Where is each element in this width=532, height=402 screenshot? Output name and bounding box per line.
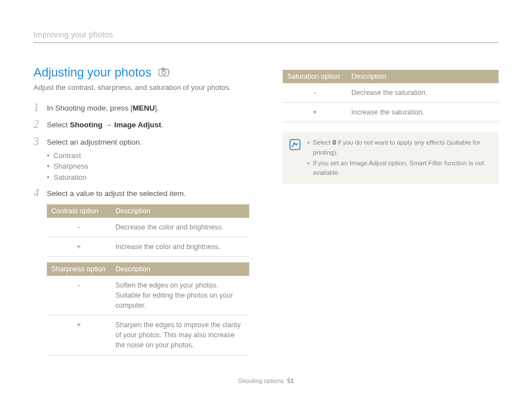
contrast-r1c1: Increase the color and brightness. xyxy=(111,237,249,256)
step-1: 1 In Shooting mode, press [MENU]. xyxy=(33,102,249,114)
step-2-post: . xyxy=(161,121,163,129)
contrast-h1: Description xyxy=(111,204,249,218)
note-icon xyxy=(289,139,301,179)
table-row: + Increase the color and brightness. xyxy=(47,237,249,256)
step-number: 4 xyxy=(33,187,41,198)
contrast-r0c1: Decrease the color and brightness. xyxy=(111,218,249,237)
sharpness-r0c1: Soften the edges on your photos. Suitabl… xyxy=(111,276,249,315)
steps-list: 1 In Shooting mode, press [MENU]. 2 Sele… xyxy=(33,102,249,200)
table-row: - Soften the edges on your photos. Suita… xyxy=(47,276,249,315)
step-1-text-post: ]. xyxy=(155,104,159,112)
saturation-table: Saturation option Description - Decrease… xyxy=(283,70,499,122)
bullet-sharpness: Sharpness xyxy=(47,161,142,172)
footer-page: 51 xyxy=(287,377,294,384)
step-4-text: Select a value to adjust the selected it… xyxy=(47,187,186,199)
bullet-contrast: Contrast xyxy=(47,150,142,161)
note-l0-post: if you do not want to apply any effects … xyxy=(313,139,480,155)
saturation-r1c0: + xyxy=(283,103,347,122)
camera-icon xyxy=(158,65,171,80)
step-3-text: Select an adjustment option. xyxy=(47,138,142,146)
saturation-r0c1: Decrease the saturation. xyxy=(347,83,499,103)
note-line-0: Select 0 if you do not want to apply any… xyxy=(307,138,491,157)
step-4: 4 Select a value to adjust the selected … xyxy=(33,187,249,199)
sharpness-h1: Description xyxy=(111,262,249,276)
step-2-pre: Select xyxy=(47,121,70,129)
step-2-arrow: → xyxy=(103,121,114,129)
left-column: Adjusting your photos Adjust the contras… xyxy=(33,65,249,361)
contrast-h0: Contrast option xyxy=(47,204,111,218)
saturation-h0: Saturation option xyxy=(283,70,347,83)
step-2-b1: Shooting xyxy=(70,121,102,129)
step-2: 2 Select Shooting → Image Adjust. xyxy=(33,118,249,131)
note-l0-pre: Select xyxy=(313,139,332,146)
note-content: Select 0 if you do not want to apply any… xyxy=(307,138,491,179)
sharpness-h0: Sharpness option xyxy=(47,262,111,276)
bullet-saturation: Saturation xyxy=(47,172,142,183)
section-subtitle: Adjust the contrast, sharpness, and satu… xyxy=(33,83,249,92)
breadcrumb: Improving your photos xyxy=(33,30,499,43)
note-box: Select 0 if you do not want to apply any… xyxy=(283,132,499,184)
table-row: + Increase the saturation. xyxy=(283,103,499,122)
sharpness-r0c0: - xyxy=(47,276,111,315)
contrast-r1c0: + xyxy=(47,237,111,256)
step-3: 3 Select an adjustment option. Contrast … xyxy=(33,136,249,183)
saturation-r0c0: - xyxy=(283,83,347,103)
table-row: - Decrease the saturation. xyxy=(283,83,499,103)
sharpness-r1c0: + xyxy=(47,315,111,355)
footer-section: Shooting options xyxy=(238,377,284,384)
sharpness-table: Sharpness option Description - Soften th… xyxy=(47,262,249,356)
step-number: 2 xyxy=(33,118,41,130)
saturation-r1c1: Increase the saturation. xyxy=(347,103,499,122)
section-title-text: Adjusting your photos xyxy=(33,65,152,80)
svg-rect-3 xyxy=(290,140,300,150)
note-line-1: If you set an Image Adjust option, Smart… xyxy=(307,159,491,178)
contrast-r0c0: - xyxy=(47,218,111,237)
section-title: Adjusting your photos xyxy=(33,65,249,80)
table-row: - Decrease the color and brightness. xyxy=(47,218,249,237)
saturation-h1: Description xyxy=(347,70,499,83)
step-number: 1 xyxy=(33,102,41,113)
page-footer: Shooting options 51 xyxy=(0,377,532,384)
sharpness-r1c1: Sharpen the edges to improve the clarity… xyxy=(111,315,249,355)
step-2-b2: Image Adjust xyxy=(114,121,161,129)
step-3-bullets: Contrast Sharpness Saturation xyxy=(47,150,142,183)
right-column: Saturation option Description - Decrease… xyxy=(283,65,499,361)
svg-rect-0 xyxy=(159,69,168,76)
contrast-table: Contrast option Description - Decrease t… xyxy=(47,204,249,257)
step-number: 3 xyxy=(33,136,41,147)
step-1-text-pre: In Shooting mode, press [ xyxy=(47,104,133,112)
svg-point-2 xyxy=(162,71,165,74)
menu-label: MENU xyxy=(133,104,155,112)
table-row: + Sharpen the edges to improve the clari… xyxy=(47,315,249,355)
